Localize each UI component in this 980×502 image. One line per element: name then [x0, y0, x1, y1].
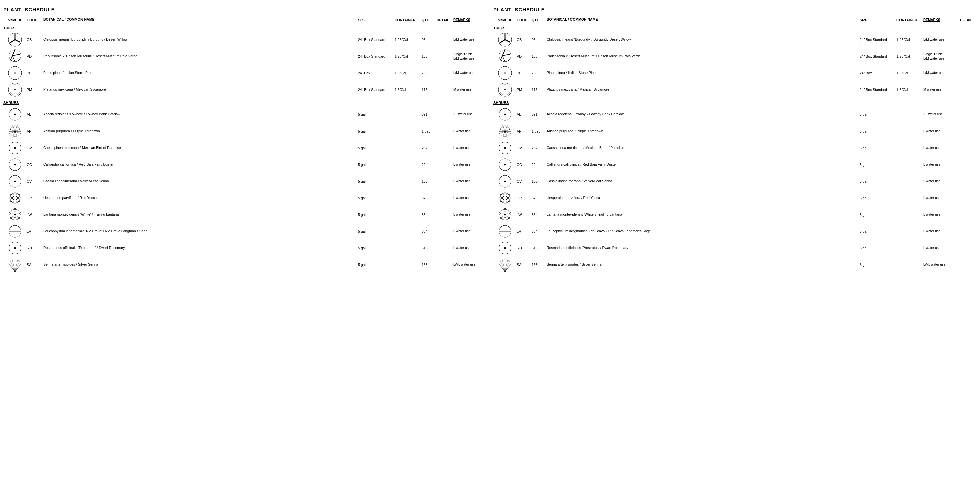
right-row-lr: LR 654 Leucophyllum langmaniae 'Rio Brav…	[493, 223, 977, 240]
remarks-lr-left: L water use	[453, 229, 487, 233]
remarks-lw-right: L water use	[923, 212, 960, 217]
size-lr-left: 5 gal	[358, 229, 395, 233]
right-row-ap: AP 1,890 Aristida purpurea / Purple Thre…	[493, 123, 977, 140]
remarks-pi-right: L/M water use	[923, 71, 960, 75]
qty-sa-left: 163	[422, 263, 437, 267]
qty-pm-left: 116	[422, 88, 437, 92]
remarks-lr-right: L water use	[923, 229, 960, 233]
remarks-sa-left: L/VL water use	[453, 262, 487, 267]
svg-point-14	[14, 89, 16, 91]
code-cb-left: CB	[27, 38, 43, 42]
container-pd-left: 1.25"Cal	[395, 54, 422, 59]
size-pd-left: 24" Box Standard	[358, 54, 395, 59]
left-row-sa: SA Senna artemisioides / Silver Senna 5 …	[3, 256, 487, 273]
right-row-lw: LW 564 Lantana montevidensis 'White' / T…	[493, 206, 977, 223]
left-schedule: PLANT_SCHEDULE SYMBOL CODE BOTANICAL / C…	[3, 7, 487, 273]
qty-cc-left: 22	[422, 162, 437, 167]
right-row-sa: SA 163 Senna artemisioides / Silver Senn…	[493, 256, 977, 273]
botanical-rd-left: Rosmarinus officinalis 'Prostratus' / Dw…	[43, 246, 358, 250]
svg-point-38	[14, 164, 16, 165]
remarks-ap-left: L water use	[453, 129, 487, 133]
botanical-lw-right: Lantana montevidensis 'White' / Trailing…	[547, 212, 860, 217]
qty-lw-left: 564	[422, 213, 437, 217]
svg-line-25	[10, 127, 15, 131]
svg-line-105	[500, 127, 505, 131]
botanical-cb-right: Chilopsis linearis 'Burgundy' / Burgundy…	[547, 37, 860, 42]
svg-line-101	[505, 131, 510, 136]
svg-line-155	[505, 268, 508, 272]
left-section-trees: TREES	[3, 26, 487, 30]
svg-line-157	[504, 259, 505, 260]
remarks-cm-left: L water use	[453, 146, 487, 150]
left-row-pi: PI Pinus pinea / Italian Stone Pine 24" …	[3, 65, 487, 81]
left-row-cc: CC Calliandra californica / Red Baja Fai…	[3, 156, 487, 173]
remarks-sa-right: L/VL water use	[923, 262, 960, 267]
remarks-pm-right: M water use	[923, 87, 960, 92]
right-section-shrubs: SHRUBS	[493, 101, 977, 105]
right-row-pm: PM 116 Platanus mexicana / Mexican Sycam…	[493, 81, 977, 98]
code-al-right: AL	[517, 113, 532, 116]
botanical-sa-left: Senna artemisioides / Silver Senna	[43, 262, 358, 267]
code-pi-right: PI	[517, 71, 532, 75]
svg-line-156	[501, 262, 502, 263]
code-rd-right: RD	[517, 246, 532, 250]
qty-al-right: 391	[532, 113, 547, 116]
code-pm-left: PM	[27, 88, 43, 92]
code-cv-right: CV	[517, 179, 532, 183]
qty-lw-right: 564	[532, 213, 547, 217]
right-header-row: SYMBOL CODE QTY BOTANICAL / COMMON NAME …	[493, 17, 977, 23]
remarks-lw-left: L water use	[453, 212, 487, 217]
left-row-pd: PD Parkinsonia x 'Desert Museum' / Deser…	[3, 48, 487, 65]
botanical-ap-right: Aristida purpurea / Purple Threeawn	[547, 129, 860, 133]
size-al-left: 5 gal	[358, 113, 395, 116]
right-header-container: CONTAINER	[897, 18, 923, 22]
qty-pd-right: 136	[532, 54, 547, 59]
svg-point-143	[504, 247, 506, 249]
qty-rd-right: 515	[532, 246, 547, 250]
botanical-pi-right: Pinus pinea / Italian Stone Pine	[547, 71, 860, 75]
qty-cv-right: 100	[532, 179, 547, 183]
remarks-rd-left: L water use	[453, 246, 487, 250]
symbol-cb-left	[3, 32, 27, 48]
svg-point-41	[10, 192, 21, 203]
svg-point-63	[14, 247, 16, 249]
code-sa-left: SA	[27, 263, 43, 267]
symbol-pi-right	[493, 65, 517, 81]
left-title: PLANT_SCHEDULE	[3, 7, 487, 12]
svg-line-82	[505, 40, 511, 42]
qty-pi-left: 75	[422, 71, 437, 75]
left-row-ap: AP Aristida purpurea / Purple Threeawn 5…	[3, 123, 487, 140]
symbol-hp-right	[493, 190, 517, 206]
symbol-ap-left	[3, 123, 27, 139]
right-row-cm: CM 252 Caesalpinea mexicana / Mexican Bi…	[493, 140, 977, 156]
size-cc-left: 5 gal	[358, 162, 395, 167]
left-header-qty: QTY	[422, 18, 437, 22]
qty-cb-left: 95	[422, 38, 437, 42]
symbol-pi-left	[3, 65, 27, 81]
svg-line-99	[505, 127, 510, 131]
container-cb-right: 1.25"Cal	[897, 38, 923, 42]
left-row-cm: CM Caesalpinea mexicana / Mexican Bird o…	[3, 140, 487, 156]
svg-point-128	[504, 197, 506, 199]
page: PLANT_SCHEDULE SYMBOL CODE BOTANICAL / C…	[0, 0, 980, 280]
code-sa-right: SA	[517, 263, 532, 267]
right-row-al: AL 391 Acacia redolens 'Lowboy' / Lowboy…	[493, 106, 977, 123]
left-row-rd: RD Rosmarinus officinalis 'Prostratus' /…	[3, 240, 487, 256]
right-header-symbol: SYMBOL	[493, 18, 517, 22]
symbol-cb-right	[493, 32, 517, 48]
symbol-lr-right	[493, 223, 517, 239]
left-header-botanical: BOTANICAL / COMMON NAME	[43, 17, 358, 22]
size-cv-right: 5 gal	[860, 179, 897, 183]
size-pi-right: 24" Box	[860, 71, 897, 75]
svg-point-96	[504, 113, 506, 115]
botanical-pm-left: Platanus mexicana / Mexican Sycamore	[43, 87, 358, 92]
container-cb-left: 1.25"Cal	[395, 38, 422, 42]
svg-point-46	[10, 198, 14, 202]
qty-pi-right: 75	[532, 71, 547, 75]
symbol-hp-left	[3, 190, 27, 206]
left-header-row: SYMBOL CODE BOTANICAL / COMMON NAME SIZE…	[3, 17, 487, 23]
svg-line-103	[500, 131, 505, 136]
symbol-cc-left	[3, 157, 27, 173]
botanical-cc-left: Calliandra californica / Red Baja Fairy …	[43, 162, 358, 167]
svg-point-11	[14, 72, 16, 74]
